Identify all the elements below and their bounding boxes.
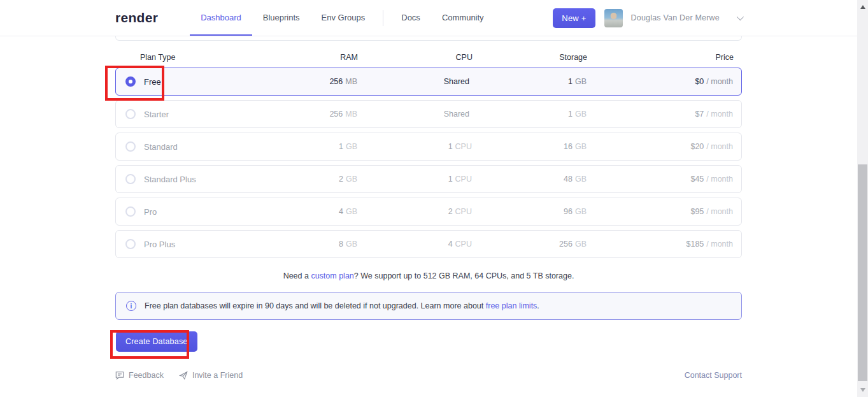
plan-storage: 1GB: [472, 77, 587, 86]
plan-cpu: Shared: [357, 77, 472, 86]
plan-storage: 256GB: [472, 240, 587, 249]
plan-cpu: 2CPU: [357, 207, 472, 216]
plan-cpu: 4CPU: [357, 240, 472, 249]
plan-row[interactable]: Standard Plus 2GB 1CPU 48GB $45/ month: [115, 165, 742, 193]
plan-price: $7/ month: [587, 110, 733, 119]
invite-friend-button[interactable]: Invite a Friend: [179, 371, 243, 380]
render-logo[interactable]: render: [115, 10, 158, 25]
plan-name: Free: [144, 77, 161, 87]
plan-radio[interactable]: [125, 109, 136, 119]
invite-friend-label: Invite a Friend: [192, 371, 243, 380]
scrollbar-down-arrow[interactable]: [860, 388, 865, 392]
scrollbar[interactable]: [857, 0, 868, 397]
create-database-button[interactable]: Create Database: [116, 331, 197, 352]
top-navigation-bar: render Dashboard Blueprints Env Groups D…: [0, 0, 857, 36]
free-plan-limits-link[interactable]: free plan limits: [486, 301, 537, 310]
plan-cpu: 1CPU: [357, 175, 472, 184]
feedback-label: Feedback: [129, 371, 164, 380]
plan-price: $95/ month: [587, 207, 733, 216]
nav-divider: [383, 10, 383, 26]
plan-ram: 1GB: [239, 142, 357, 151]
custom-plan-note: Need a custom plan? We support up to 512…: [115, 271, 742, 280]
scrollbar-thumb[interactable]: [858, 164, 867, 381]
plan-row[interactable]: Free 256MB Shared 1GB $0/ month: [115, 68, 742, 96]
plan-row[interactable]: Pro Plus 8GB 4CPU 256GB $185/ month: [115, 230, 742, 258]
nav-item-dashboard[interactable]: Dashboard: [190, 0, 252, 36]
nav-item-env-groups[interactable]: Env Groups: [311, 0, 376, 36]
custom-plan-link[interactable]: custom plan: [311, 271, 353, 280]
plan-storage: 16GB: [472, 142, 587, 151]
plan-ram: 256MB: [239, 77, 357, 86]
info-icon: i: [126, 301, 136, 311]
scrollbar-up-arrow[interactable]: [860, 5, 865, 9]
plan-row[interactable]: Pro 4GB 2CPU 96GB $95/ month: [115, 198, 742, 226]
footer: Feedback Invite a Friend Contact Support: [115, 371, 742, 380]
user-avatar[interactable]: [604, 9, 623, 27]
plan-row[interactable]: Standard 1GB 1CPU 16GB $20/ month: [115, 133, 742, 161]
plan-ram: 4GB: [239, 207, 357, 216]
user-name[interactable]: Douglas Van Der Merwe: [631, 13, 720, 22]
plan-radio[interactable]: [125, 239, 136, 249]
feedback-icon: [115, 371, 124, 380]
nav-item-blueprints[interactable]: Blueprints: [252, 0, 311, 36]
plan-radio[interactable]: [125, 141, 136, 152]
plan-storage: 48GB: [472, 175, 587, 184]
contact-support-link[interactable]: Contact Support: [685, 371, 742, 380]
page: render Dashboard Blueprints Env Groups D…: [0, 0, 868, 380]
plan-price: $20/ month: [587, 142, 733, 151]
paper-plane-icon: [179, 371, 188, 380]
plan-table-header: Plan Type RAM CPU Storage Price: [115, 53, 742, 62]
free-plan-info-banner: i Free plan databases will expire in 90 …: [115, 292, 742, 320]
column-header-plan-type: Plan Type: [140, 53, 240, 62]
column-header-price: Price: [587, 53, 734, 62]
main-nav: Dashboard Blueprints Env Groups Docs Com…: [190, 0, 494, 36]
plan-storage: 96GB: [472, 207, 587, 216]
plan-price: $185/ month: [587, 240, 733, 249]
plan-ram: 8GB: [239, 240, 357, 249]
column-header-storage: Storage: [473, 53, 587, 62]
plan-radio[interactable]: [125, 206, 136, 217]
plan-name: Standard: [144, 142, 178, 152]
plan-name: Pro: [144, 207, 157, 217]
nav-item-community[interactable]: Community: [431, 0, 495, 36]
chevron-down-icon[interactable]: [737, 13, 744, 20]
plan-cpu: Shared: [357, 110, 472, 119]
previous-card-bottom-edge: [115, 36, 742, 41]
column-header-ram: RAM: [240, 53, 358, 62]
plan-radio[interactable]: [125, 174, 136, 184]
plan-rows: Free 256MB Shared 1GB $0/ month Starter: [115, 68, 742, 258]
plan-storage: 1GB: [472, 110, 587, 119]
plan-radio[interactable]: [125, 76, 136, 87]
plan-name: Starter: [144, 110, 169, 119]
plan-cpu: 1CPU: [357, 142, 472, 151]
plan-price: $0/ month: [587, 77, 733, 86]
new-button[interactable]: New +: [553, 8, 595, 28]
feedback-button[interactable]: Feedback: [115, 371, 164, 380]
plan-selection-section: Plan Type RAM CPU Storage Price Free 256…: [115, 36, 742, 380]
plan-ram: 2GB: [239, 175, 357, 184]
column-header-cpu: CPU: [358, 53, 473, 62]
plan-name: Pro Plus: [144, 240, 175, 249]
plan-price: $45/ month: [587, 175, 733, 184]
plan-row[interactable]: Starter 256MB Shared 1GB $7/ month: [115, 100, 742, 128]
plan-name: Standard Plus: [144, 175, 196, 184]
plan-ram: 256MB: [239, 110, 357, 119]
nav-item-docs[interactable]: Docs: [390, 0, 431, 36]
